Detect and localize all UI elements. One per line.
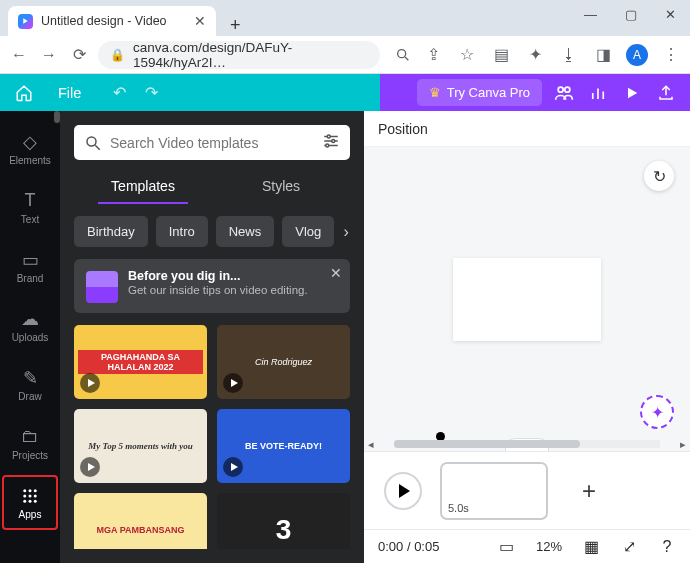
- close-icon[interactable]: ✕: [665, 7, 676, 22]
- templates-panel: Templates Styles Birthday Intro News Vlo…: [60, 111, 364, 563]
- rail-text[interactable]: T Text: [2, 180, 58, 235]
- template-card[interactable]: BE VOTE-READY!: [217, 409, 350, 483]
- forward-icon[interactable]: →: [38, 44, 60, 66]
- svg-point-9: [34, 489, 37, 492]
- browser-tab[interactable]: Untitled design - Video ✕: [8, 6, 216, 36]
- svg-point-3: [565, 87, 570, 92]
- tab-templates[interactable]: Templates: [74, 172, 212, 204]
- collaborators-icon[interactable]: [552, 81, 576, 105]
- rotate-button[interactable]: ↻: [644, 161, 674, 191]
- banner-close-icon[interactable]: ✕: [330, 265, 342, 281]
- banner-title: Before you dig in...: [128, 269, 308, 283]
- timeline: 5.0s +: [364, 451, 690, 529]
- extension-1-icon[interactable]: ▤: [490, 44, 512, 66]
- kebab-icon[interactable]: ⋮: [660, 44, 682, 66]
- search-input[interactable]: [110, 135, 314, 151]
- card-label: MGA PAMBANSANG: [97, 525, 185, 535]
- grid-view-icon[interactable]: ▦: [582, 537, 600, 556]
- rail-draw[interactable]: ✎ Draw: [2, 357, 58, 412]
- crown-icon: ♛: [429, 85, 441, 100]
- pages-view-icon[interactable]: ▭: [498, 537, 516, 556]
- zoom-icon[interactable]: [392, 44, 414, 66]
- rail-projects[interactable]: 🗀 Projects: [2, 416, 58, 471]
- play-badge-icon: [80, 373, 100, 393]
- share-icon[interactable]: ⇪: [422, 44, 444, 66]
- rail-label: Uploads: [12, 332, 49, 343]
- search-icon: [84, 134, 102, 152]
- home-button[interactable]: [8, 79, 40, 107]
- rail-uploads[interactable]: ☁ Uploads: [2, 298, 58, 353]
- card-label: BE VOTE-READY!: [245, 441, 322, 451]
- analytics-icon[interactable]: [586, 81, 610, 105]
- timeline-clip[interactable]: 5.0s: [440, 462, 548, 520]
- card-label: PAGHAHANDA SA HALALAN 2022: [78, 350, 203, 374]
- sidepanel-icon[interactable]: ◨: [592, 44, 614, 66]
- maximize-icon[interactable]: ▢: [625, 7, 637, 22]
- tab-close-icon[interactable]: ✕: [194, 13, 206, 29]
- play-button[interactable]: [384, 472, 422, 510]
- template-card[interactable]: My Top 5 moments with you: [74, 409, 207, 483]
- redo-button[interactable]: ↷: [137, 79, 165, 107]
- template-card[interactable]: MGA PAMBANSANG: [74, 493, 207, 549]
- scroll-left-icon[interactable]: ◂: [364, 438, 378, 451]
- bookmark-icon[interactable]: ☆: [456, 44, 478, 66]
- svg-point-19: [327, 135, 330, 138]
- tips-banner[interactable]: Before you dig in... Get our inside tips…: [74, 259, 350, 313]
- template-card[interactable]: Cin Rodriguez: [217, 325, 350, 399]
- position-button[interactable]: Position: [378, 121, 428, 137]
- back-icon[interactable]: ←: [8, 44, 30, 66]
- svg-line-1: [405, 57, 408, 60]
- template-grid: PAGHAHANDA SA HALALAN 2022 Cin Rodriguez…: [74, 325, 350, 549]
- rail-label: Apps: [19, 509, 42, 520]
- filter-icon[interactable]: [322, 132, 340, 154]
- omnibox[interactable]: 🔒 canva.com/design/DAFuY-1594k/hyAr2I…: [98, 41, 380, 69]
- canvas-h-scrollbar[interactable]: ◂ ▸: [364, 437, 690, 451]
- extension-puzzle-icon[interactable]: ✦: [524, 44, 546, 66]
- template-card[interactable]: PAGHAHANDA SA HALALAN 2022: [74, 325, 207, 399]
- brand-icon: ▭: [22, 250, 39, 270]
- canvas-stage[interactable]: ↻ ✦ ◂ ▸: [364, 147, 690, 451]
- add-page-button[interactable]: +: [566, 462, 612, 520]
- profile-avatar[interactable]: A: [626, 44, 648, 66]
- chip-birthday[interactable]: Birthday: [74, 216, 148, 247]
- svg-point-15: [34, 499, 37, 502]
- help-icon[interactable]: ?: [658, 538, 676, 556]
- reload-icon[interactable]: ⟳: [68, 44, 90, 66]
- rail-brand[interactable]: ▭ Brand: [2, 239, 58, 294]
- fullscreen-icon[interactable]: ⤢: [620, 537, 638, 556]
- uploads-icon: ☁: [21, 309, 39, 329]
- template-card[interactable]: 3: [217, 493, 350, 549]
- chip-vlog[interactable]: Vlog: [282, 216, 334, 247]
- new-tab-button[interactable]: +: [230, 15, 241, 36]
- zoom-display[interactable]: 12%: [536, 539, 562, 554]
- minimize-icon[interactable]: —: [584, 7, 597, 22]
- file-menu[interactable]: File: [46, 80, 93, 106]
- present-play-icon[interactable]: [620, 81, 644, 105]
- rail-label: Brand: [17, 273, 44, 284]
- share-upload-icon[interactable]: [654, 81, 678, 105]
- magic-button[interactable]: ✦: [640, 395, 674, 429]
- svg-point-7: [23, 489, 26, 492]
- play-badge-icon: [223, 373, 243, 393]
- category-chips: Birthday Intro News Vlog ›: [74, 216, 350, 247]
- card-label: My Top 5 moments with you: [88, 441, 192, 451]
- svg-point-10: [23, 494, 26, 497]
- rail-elements[interactable]: ◇ Elements: [2, 121, 58, 176]
- chips-scroll-right[interactable]: ›: [342, 218, 350, 246]
- rail-label: Projects: [12, 450, 48, 461]
- undo-button[interactable]: ↶: [105, 79, 133, 107]
- canvas-page[interactable]: [453, 258, 601, 341]
- shapes-icon: ◇: [23, 132, 37, 152]
- try-canva-pro-button[interactable]: ♛ Try Canva Pro: [417, 79, 542, 106]
- svg-line-17: [95, 145, 100, 150]
- chip-news[interactable]: News: [216, 216, 275, 247]
- scroll-right-icon[interactable]: ▸: [676, 438, 690, 451]
- tab-styles[interactable]: Styles: [212, 172, 350, 204]
- chip-intro[interactable]: Intro: [156, 216, 208, 247]
- svg-point-2: [558, 87, 563, 92]
- svg-point-13: [23, 499, 26, 502]
- download-icon[interactable]: ⭳: [558, 44, 580, 66]
- scroll-thumb[interactable]: [394, 440, 580, 448]
- rail-apps[interactable]: Apps: [2, 475, 58, 530]
- template-search[interactable]: [74, 125, 350, 160]
